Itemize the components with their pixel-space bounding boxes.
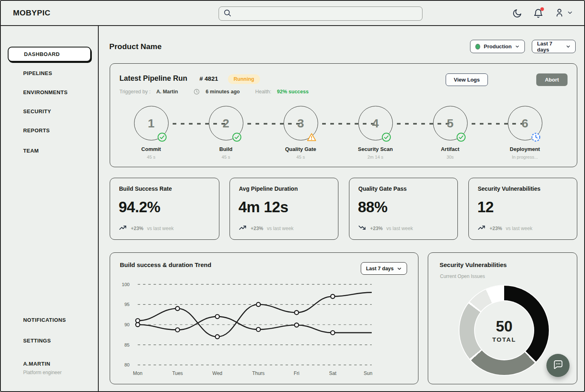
sidebar-item-label: TEAM [23,148,39,154]
latest-pipeline-run-card: Latest Pipeline Run # 4821 Running View … [110,63,577,167]
metric-note: vs last week [506,226,532,231]
stage-circle: 1 [134,106,169,140]
metric-delta: +23% [370,226,383,231]
stage-status-icon [531,131,541,141]
stage-circle: 4 [358,106,393,140]
donut-center: 50 TOTAL [475,301,533,360]
stage-number: 3 [297,116,304,130]
svg-text:Mon: Mon [133,370,142,376]
svg-text:80: 80 [124,362,130,367]
time-ago: 6 minutes ago [206,89,240,95]
notification-badge-dot [540,7,544,11]
donut-total-value: 50 [496,318,512,335]
pipeline-stages: 1 Commit 45 s 2 Build 45 s 3 Quality Gat… [110,106,577,167]
sidebar-item-label: REPORTS [23,127,50,134]
metric-card-avg-pipeline-duration: Avg Pipeline Duration 4m 12s +23% vs las… [230,178,338,240]
notifications-bell-icon[interactable] [533,8,544,19]
search-bar[interactable] [219,6,422,21]
sidebar-item-settings[interactable]: SETTINGS [1,333,98,348]
svg-text:Sun: Sun [364,370,372,376]
abort-button[interactable]: Abort [536,73,568,86]
user-menu[interactable] [554,7,573,19]
trend-up-icon [119,224,127,232]
stage-duration: In progress... [492,155,557,159]
stage-name: Build [193,146,258,152]
svg-text:85: 85 [124,342,130,347]
stage-number: 5 [447,116,454,130]
sidebar-item-environments[interactable]: ENVIRONMENTS [1,85,98,100]
chat-fab-button[interactable] [546,354,570,377]
stage-artifact: 5 Artifact 30s [418,106,483,159]
sidebar-item-label: NOTIFICATIONS [23,317,66,323]
stage-duration: 45 s [119,155,184,159]
metric-title: Security Vulnerabilities [478,185,540,192]
date-range-label: Last 7 days [537,41,562,53]
line-chart: 10095908580MonTuesWedThursFriSatSun [110,253,419,385]
stage-number: 1 [148,116,155,130]
dark-mode-moon-icon[interactable] [512,8,522,19]
sidebar-user-name[interactable]: A.MARTIN [1,356,98,371]
trend-up-icon [239,224,247,232]
user-name-label: A.MARTIN [23,361,50,367]
stage-number: 2 [223,116,230,130]
app-window: MOBYPIC [0,0,585,392]
health-label: Health: [255,89,271,95]
stage-quality-gate: 3 Quality Gate 45 s [268,106,333,159]
metric-delta: +23% [131,226,143,231]
stage-status-icon [456,131,466,141]
sidebar-user-role: Platform engineer [23,370,62,375]
environment-selector[interactable]: Production [470,40,525,53]
user-avatar-icon [554,7,565,19]
metric-note: vs last week [267,226,293,231]
sidebar-item-notifications[interactable]: NOTIFICATIONS [1,312,98,327]
stage-number: 6 [522,116,529,130]
search-input[interactable] [235,11,418,17]
chevron-down-icon [567,10,573,17]
sidebar-item-label: PIPELINES [23,70,52,76]
sidebar-item-reports[interactable]: REPORTS [1,123,98,138]
build-trend-chart-card: Build success & duration Trend Last 7 da… [110,252,418,384]
stage-name: Deployment [492,146,557,152]
sidebar-item-dashboard[interactable]: DASHBOARD [8,47,91,62]
metric-card-build-success-rate: Build Success Rate 94.2% +23% vs last we… [110,178,219,240]
sidebar-item-team[interactable]: TEAM [1,143,98,158]
stage-circle: 6 [508,106,542,140]
stage-name: Security Scan [343,146,408,152]
donut-chart: 50 TOTAL [459,286,549,375]
sidebar-item-pipelines[interactable]: PIPELINES [1,66,98,81]
donut-card-title: Security Vulnerabilities [440,261,507,268]
stage-status-icon [232,131,242,141]
metric-card-quality-gate-pass: Quality Gate Pass 88% +23% vs last week [349,178,458,240]
pipeline-status-badge: Running [228,74,260,84]
sidebar-item-security[interactable]: SECURITY [1,104,98,119]
stage-name: Artifact [418,146,483,152]
sidebar-item-label: DASHBOARD [24,51,60,57]
date-range-selector[interactable]: Last 7 days [532,40,576,53]
donut-total-label: TOTAL [492,336,516,343]
metric-delta: +23% [251,226,263,231]
view-logs-button[interactable]: View Logs [446,73,488,86]
donut-card-subtitle: Current Open Issues [440,274,485,279]
svg-text:Sat: Sat [329,370,337,376]
svg-text:95: 95 [124,302,130,307]
search-icon [223,9,232,19]
pipeline-run-id: # 4821 [199,75,218,82]
stage-name: Commit [119,146,184,152]
trend-down-icon [358,224,366,232]
stage-status-icon [307,131,316,141]
stage-circle: 5 [433,106,468,140]
pipeline-card-title: Latest Pipeline Run [119,74,187,83]
svg-text:90: 90 [124,322,130,327]
svg-text:100: 100 [122,282,130,287]
chevron-down-icon [515,44,520,49]
metric-value: 4m 12s [238,199,288,216]
metric-title: Build Success Rate [119,185,172,192]
metric-title: Quality Gate Pass [358,185,407,192]
environment-status-dot [475,44,480,50]
sidebar: DASHBOARD PIPELINES ENVIRONMENTS SECURIT… [1,26,99,391]
metric-note: vs last week [386,226,413,231]
top-header: MOBYPIC [1,1,584,26]
trend-up-icon [478,224,486,232]
sidebar-item-label: SECURITY [23,108,51,114]
metric-title: Avg Pipeline Duration [239,185,298,192]
